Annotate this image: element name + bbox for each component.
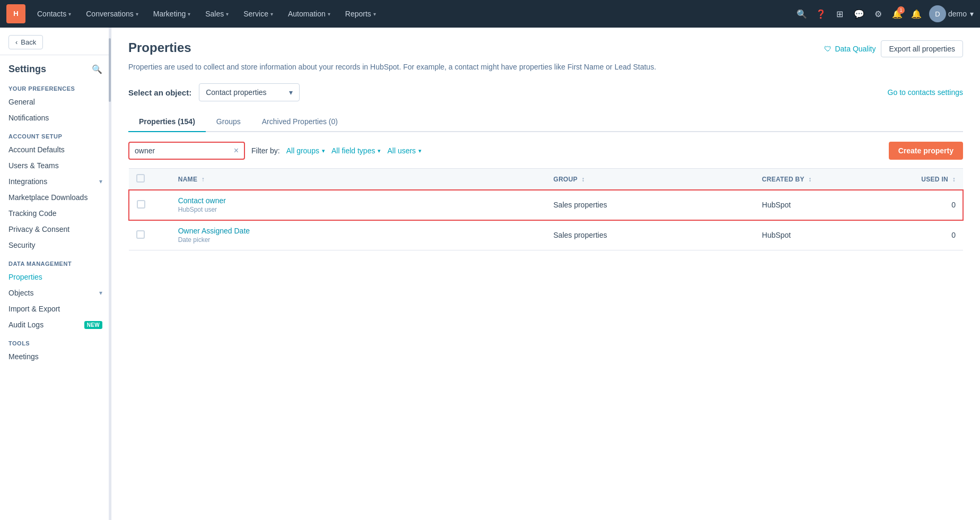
row1-property-name-link[interactable]: Contact owner bbox=[178, 196, 539, 205]
nav-sales[interactable]: Sales ▾ bbox=[198, 0, 236, 28]
data-quality-button[interactable]: 🛡 Data Quality bbox=[824, 45, 876, 53]
nav-marketing[interactable]: Marketing ▾ bbox=[146, 0, 198, 28]
object-dropdown-value: Contact properties bbox=[206, 88, 266, 97]
row2-used-cell: 0 bbox=[880, 220, 963, 250]
col-group-label: GROUP bbox=[554, 176, 578, 183]
sidebar-item-import-export[interactable]: Import & Export bbox=[0, 301, 111, 317]
sidebar-item-privacy[interactable]: Privacy & Consent bbox=[0, 221, 111, 237]
row1-check-cell bbox=[129, 190, 171, 220]
audit-logs-badge: NEW bbox=[84, 321, 102, 329]
row2-checkbox[interactable] bbox=[136, 230, 145, 239]
created-sort-icon: ↕ bbox=[808, 176, 811, 183]
sidebar-item-properties[interactable]: Properties bbox=[0, 269, 111, 285]
tab-properties[interactable]: Properties (154) bbox=[128, 112, 206, 132]
nav-service[interactable]: Service ▾ bbox=[236, 0, 281, 28]
filter-users-label: All users bbox=[387, 146, 416, 155]
filter-groups-label: All groups bbox=[286, 146, 319, 155]
back-button[interactable]: ‹ Back bbox=[8, 35, 43, 49]
row1-created-value: HubSpot bbox=[762, 201, 791, 209]
row1-group-cell: Sales properties bbox=[546, 190, 755, 220]
sidebar-item-integrations[interactable]: Integrations ▾ bbox=[0, 174, 111, 189]
table-header-check[interactable] bbox=[129, 169, 171, 190]
sidebar-item-tracking[interactable]: Tracking Code bbox=[0, 205, 111, 221]
user-menu[interactable]: demo ▾ bbox=[948, 10, 974, 18]
nav-sales-chevron: ▾ bbox=[226, 11, 229, 17]
table-header: NAME ↑ GROUP ↕ CREATED BY ↕ USED IN bbox=[129, 169, 963, 190]
search-clear-icon[interactable]: × bbox=[234, 146, 239, 155]
filter-all-groups[interactable]: All groups ▾ bbox=[286, 146, 325, 155]
user-avatar[interactable]: D bbox=[929, 5, 946, 22]
nav-right: 🔍 ❓ ⊞ 💬 ⚙ 🔔 1 🔔 D demo ▾ bbox=[793, 5, 974, 22]
search-button[interactable]: 🔍 bbox=[793, 5, 810, 22]
filter-all-users[interactable]: All users ▾ bbox=[387, 146, 422, 155]
filter-all-field-types[interactable]: All field types ▾ bbox=[331, 146, 381, 155]
section-account-setup: Account Setup bbox=[0, 126, 111, 142]
nav-contacts-label: Contacts bbox=[37, 10, 66, 18]
notifications-button[interactable]: 🔔 1 bbox=[889, 5, 906, 22]
sidebar-item-audit-logs[interactable]: Audit Logs NEW bbox=[0, 317, 111, 333]
row1-property-type: HubSpot user bbox=[178, 206, 539, 213]
tab-archived-properties[interactable]: Archived Properties (0) bbox=[251, 112, 348, 132]
sidebar-item-meetings[interactable]: Meetings bbox=[0, 349, 111, 365]
sidebar-header: Settings 🔍 bbox=[0, 55, 111, 78]
sidebar-item-users-teams[interactable]: Users & Teams bbox=[0, 158, 111, 174]
data-quality-label: Data Quality bbox=[835, 45, 876, 53]
sidebar-item-notifications[interactable]: Notifications bbox=[0, 110, 111, 126]
tab-groups[interactable]: Groups bbox=[206, 112, 251, 132]
alerts-button[interactable]: 🔔 bbox=[908, 5, 925, 22]
sidebar-item-account-defaults[interactable]: Account Defaults bbox=[0, 142, 111, 158]
select-all-checkbox[interactable] bbox=[136, 174, 145, 183]
filter-groups-chevron: ▾ bbox=[322, 148, 325, 154]
objects-expand-icon: ▾ bbox=[99, 289, 102, 297]
page-header-actions: 🛡 Data Quality Export all properties bbox=[824, 40, 963, 57]
nav-reports-label: Reports bbox=[345, 10, 371, 18]
create-property-button[interactable]: Create property bbox=[889, 142, 963, 160]
row2-created-cell: HubSpot bbox=[755, 220, 880, 250]
sidebar-back-section: ‹ Back bbox=[0, 28, 111, 55]
back-chevron-icon: ‹ bbox=[15, 38, 18, 46]
user-name: demo bbox=[948, 10, 967, 18]
main-content: Properties 🛡 Data Quality Export all pro… bbox=[111, 28, 980, 520]
page-description: Properties are used to collect and store… bbox=[128, 62, 963, 73]
section-your-preferences: Your Preferences bbox=[0, 78, 111, 94]
row2-property-name-link[interactable]: Owner Assigned Date bbox=[178, 227, 539, 235]
object-dropdown[interactable]: Contact properties ▾ bbox=[199, 83, 300, 101]
apps-button[interactable]: ⊞ bbox=[832, 5, 848, 22]
section-data-management: Data Management bbox=[0, 253, 111, 269]
row2-created-value: HubSpot bbox=[762, 231, 791, 239]
svg-text:H: H bbox=[13, 10, 19, 18]
filters-row: × Filter by: All groups ▾ All field type… bbox=[128, 142, 963, 160]
nav-marketing-label: Marketing bbox=[153, 10, 186, 18]
row1-checkbox[interactable] bbox=[137, 200, 145, 209]
nav-reports[interactable]: Reports ▾ bbox=[338, 0, 383, 28]
col-created-label: CREATED BY bbox=[762, 176, 804, 183]
export-all-button[interactable]: Export all properties bbox=[881, 40, 963, 57]
hubspot-logo[interactable]: H bbox=[6, 4, 25, 23]
sidebar-item-general[interactable]: General bbox=[0, 94, 111, 110]
sidebar-item-security[interactable]: Security bbox=[0, 237, 111, 253]
search-input[interactable] bbox=[135, 146, 232, 155]
sidebar-item-marketplace[interactable]: Marketplace Downloads bbox=[0, 189, 111, 205]
table-header-created-by[interactable]: CREATED BY ↕ bbox=[755, 169, 880, 190]
integrations-expand-icon: ▾ bbox=[99, 178, 102, 185]
settings-button[interactable]: ⚙ bbox=[870, 5, 887, 22]
sidebar-title: Settings bbox=[8, 64, 46, 75]
notification-badge: 1 bbox=[897, 6, 905, 14]
sidebar: ‹ Back Settings 🔍 Your Preferences Gener… bbox=[0, 28, 111, 520]
group-sort-icon: ↕ bbox=[581, 176, 584, 183]
table-header-group[interactable]: GROUP ↕ bbox=[546, 169, 755, 190]
nav-automation[interactable]: Automation ▾ bbox=[281, 0, 338, 28]
question-button[interactable]: 💬 bbox=[851, 5, 868, 22]
table-header-used-in[interactable]: USED IN ↕ bbox=[880, 169, 963, 190]
help-button[interactable]: ❓ bbox=[812, 5, 829, 22]
table-header-name[interactable]: NAME ↑ bbox=[171, 169, 546, 190]
col-name-label: NAME bbox=[178, 176, 198, 183]
object-selector-left: Select an object: Contact properties ▾ bbox=[128, 83, 300, 101]
sidebar-item-objects[interactable]: Objects ▾ bbox=[0, 285, 111, 301]
nav-contacts[interactable]: Contacts ▾ bbox=[30, 0, 78, 28]
row2-check-cell bbox=[129, 220, 171, 250]
nav-conversations[interactable]: Conversations ▾ bbox=[78, 0, 146, 28]
scrollbar[interactable] bbox=[109, 28, 111, 520]
go-to-contacts-settings-link[interactable]: Go to contacts settings bbox=[888, 88, 963, 97]
sidebar-search-icon[interactable]: 🔍 bbox=[92, 64, 102, 74]
